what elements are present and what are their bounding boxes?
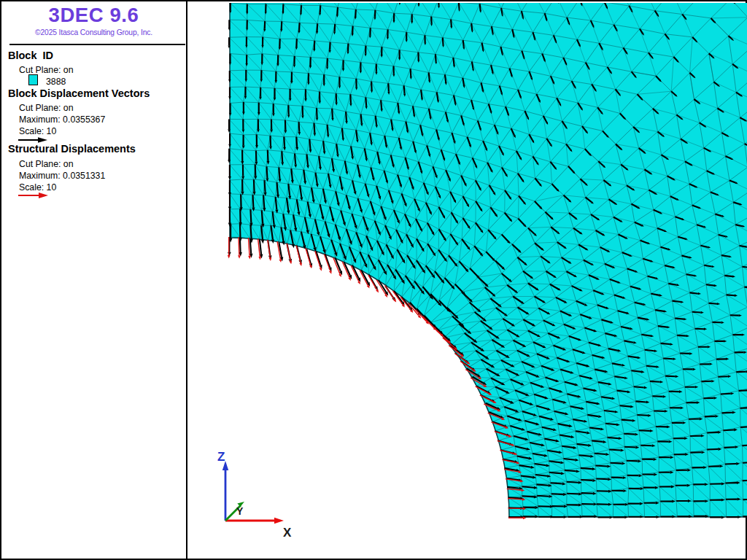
svg-text:Y: Y bbox=[236, 505, 244, 517]
svg-text:Z: Z bbox=[217, 450, 225, 464]
svg-text:X: X bbox=[283, 526, 292, 540]
